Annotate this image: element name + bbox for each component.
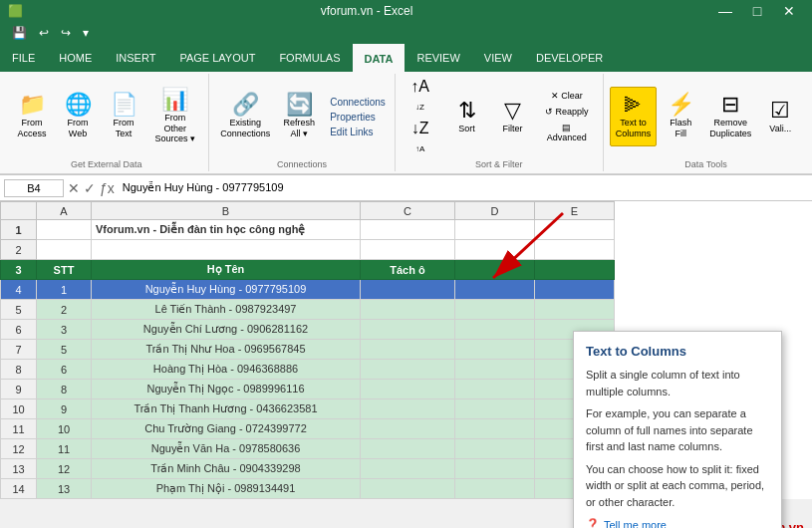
- cell-c14[interactable]: [361, 479, 455, 499]
- cell-d8[interactable]: [455, 360, 535, 380]
- tab-page-layout[interactable]: PAGE LAYOUT: [167, 44, 267, 72]
- flash-fill-button[interactable]: ⚡ FlashFill: [659, 87, 702, 146]
- cell-b1[interactable]: Vforum.vn - Diễn đàn tin học công nghệ: [92, 220, 361, 240]
- col-header-a[interactable]: A: [37, 202, 92, 220]
- cell-d7[interactable]: [455, 340, 535, 360]
- quick-access-more[interactable]: ▾: [79, 24, 93, 42]
- redo-button[interactable]: ↪: [57, 24, 75, 42]
- tab-review[interactable]: REVIEW: [405, 44, 471, 72]
- cell-d10[interactable]: [455, 399, 535, 419]
- minimize-button[interactable]: —: [710, 0, 740, 22]
- remove-duplicates-button[interactable]: ⊟ RemoveDuplicates: [704, 87, 756, 146]
- cell-b4[interactable]: Nguyễn Huy Hùng - 0977795109: [92, 280, 361, 300]
- cell-a4[interactable]: 1: [37, 280, 92, 300]
- cell-e3[interactable]: [535, 260, 615, 280]
- cell-a5[interactable]: 2: [37, 300, 92, 320]
- cell-b7[interactable]: Trần Thị Như Hoa - 0969567845: [92, 340, 361, 360]
- cell-d9[interactable]: [455, 380, 535, 399]
- cell-a8[interactable]: 6: [37, 360, 92, 380]
- undo-button[interactable]: ↩: [35, 24, 53, 42]
- cell-c1[interactable]: [361, 220, 455, 240]
- col-header-c[interactable]: C: [361, 202, 455, 220]
- edit-links-link[interactable]: Edit Links: [327, 126, 389, 138]
- clear-button[interactable]: ✕ Clear: [537, 89, 597, 103]
- col-header-e[interactable]: E: [535, 202, 615, 220]
- cell-b3[interactable]: Họ Tên: [92, 260, 361, 280]
- cell-d3[interactable]: [455, 260, 535, 280]
- tab-view[interactable]: VIEW: [472, 44, 524, 72]
- cell-a13[interactable]: 12: [37, 459, 92, 479]
- text-to-columns-button[interactable]: ⫸ Text toColumns: [610, 87, 658, 146]
- tab-home[interactable]: HOME: [47, 44, 104, 72]
- sort-az-button[interactable]: ↑A↓Z: [402, 76, 439, 116]
- cell-d6[interactable]: [455, 320, 535, 340]
- cell-c7[interactable]: [361, 340, 455, 360]
- cell-c8[interactable]: [361, 360, 455, 380]
- cell-d13[interactable]: [455, 459, 535, 479]
- cell-d4[interactable]: [455, 280, 535, 300]
- cell-b2[interactable]: [92, 240, 361, 260]
- tab-developer[interactable]: DEVELOPER: [524, 44, 615, 72]
- cell-e1[interactable]: [535, 220, 615, 240]
- cell-b12[interactable]: Nguyễn Văn Ha - 0978580636: [92, 439, 361, 459]
- cell-b5[interactable]: Lê Tiến Thành - 0987923497: [92, 300, 361, 320]
- cell-a3[interactable]: STT: [37, 260, 92, 280]
- reapply-button[interactable]: ↺ Reapply: [537, 105, 597, 119]
- cell-d11[interactable]: [455, 419, 535, 439]
- from-other-button[interactable]: 📊 From OtherSources ▾: [147, 87, 202, 146]
- close-button[interactable]: ✕: [774, 0, 804, 22]
- col-header-d[interactable]: D: [455, 202, 535, 220]
- cell-d12[interactable]: [455, 439, 535, 459]
- cell-e5[interactable]: [535, 300, 615, 320]
- from-access-button[interactable]: 📁 FromAccess: [10, 87, 54, 146]
- refresh-all-button[interactable]: 🔄 RefreshAll ▾: [277, 87, 321, 146]
- cell-c10[interactable]: [361, 399, 455, 419]
- cell-c9[interactable]: [361, 380, 455, 399]
- cell-c4[interactable]: [361, 280, 455, 300]
- cell-c3[interactable]: Tách ô: [361, 260, 455, 280]
- sort-button[interactable]: ⇅ Sort: [445, 87, 489, 146]
- maximize-button[interactable]: □: [742, 0, 772, 22]
- save-quick-button[interactable]: 💾: [8, 24, 31, 42]
- sort-za-button[interactable]: ↓Z↑A: [402, 118, 439, 157]
- tab-formulas[interactable]: FORMULAS: [267, 44, 352, 72]
- formula-input[interactable]: [119, 180, 808, 196]
- cell-a9[interactable]: 8: [37, 380, 92, 399]
- from-text-button[interactable]: 📄 FromText: [102, 87, 145, 146]
- cell-a10[interactable]: 9: [37, 399, 92, 419]
- cell-e4[interactable]: [535, 280, 615, 300]
- cell-a14[interactable]: 13: [37, 479, 92, 499]
- cell-d1[interactable]: [455, 220, 535, 240]
- cell-b14[interactable]: Phạm Thị Nội - 0989134491: [92, 479, 361, 499]
- cell-d2[interactable]: [455, 240, 535, 260]
- tab-insert[interactable]: INSERT: [104, 44, 167, 72]
- tell-me-more-link[interactable]: ❓ Tell me more: [586, 518, 769, 528]
- cell-b11[interactable]: Chu Trường Giang - 0724399772: [92, 419, 361, 439]
- cell-b13[interactable]: Trần Minh Châu - 0904339298: [92, 459, 361, 479]
- cell-a11[interactable]: 10: [37, 419, 92, 439]
- cell-c12[interactable]: [361, 439, 455, 459]
- tab-data[interactable]: DATA: [353, 44, 406, 72]
- cell-a2[interactable]: [37, 240, 92, 260]
- cell-d5[interactable]: [455, 300, 535, 320]
- cell-a1[interactable]: [37, 220, 92, 240]
- cell-c2[interactable]: [361, 240, 455, 260]
- cell-e2[interactable]: [535, 240, 615, 260]
- advanced-button[interactable]: ▤ Advanced: [537, 121, 597, 144]
- cell-c11[interactable]: [361, 419, 455, 439]
- cell-b10[interactable]: Trần Thị Thanh Hương - 0436623581: [92, 399, 361, 419]
- filter-button[interactable]: ▽ Filter: [491, 87, 535, 146]
- tab-file[interactable]: FILE: [0, 44, 47, 72]
- validate-button[interactable]: ☑ Vali...: [758, 87, 802, 146]
- cell-c6[interactable]: [361, 320, 455, 340]
- existing-connections-button[interactable]: 🔗 ExistingConnections: [215, 87, 275, 146]
- cell-c13[interactable]: [361, 459, 455, 479]
- cell-b6[interactable]: Nguyễn Chí Lương - 0906281162: [92, 320, 361, 340]
- cell-a6[interactable]: 3: [37, 320, 92, 340]
- cell-d14[interactable]: [455, 479, 535, 499]
- cell-c5[interactable]: [361, 300, 455, 320]
- connections-link[interactable]: Connections: [327, 96, 389, 109]
- cell-b9[interactable]: Nguyễn Thị Ngọc - 0989996116: [92, 380, 361, 399]
- cell-b8[interactable]: Hoàng Thị Hòa - 0946368886: [92, 360, 361, 380]
- col-header-b[interactable]: B: [92, 202, 361, 220]
